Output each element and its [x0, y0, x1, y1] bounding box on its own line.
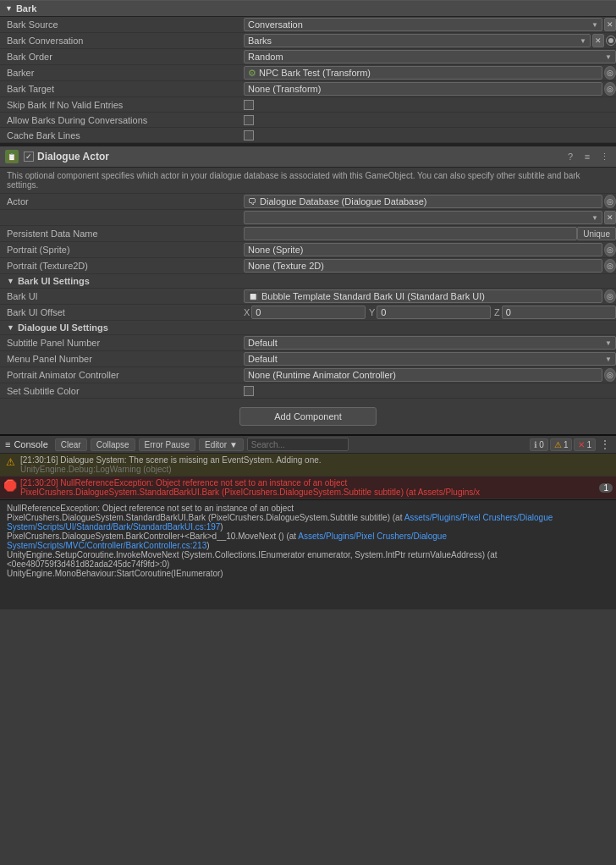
console-error-message[interactable]: 🛑 [21:30:20] NullReferenceException: Obj…: [0, 477, 616, 499]
dialogue-actor-title: Dialogue Actor: [37, 151, 564, 163]
set-subtitle-color-label: Set Subtitle Color: [7, 386, 244, 396]
bark-ui-label: Bark UI: [7, 291, 244, 301]
bark-source-row: Bark Source Conversation ▼ ✕: [0, 17, 616, 33]
portrait-texture-circle-button[interactable]: ◎: [604, 259, 616, 273]
portrait-texture-obj-ref[interactable]: None (Texture 2D): [244, 259, 602, 273]
portrait-animator-row: Portrait Animator Controller None (Runti…: [0, 367, 616, 383]
portrait-animator-obj-ref[interactable]: None (Runtime Animator Controller): [244, 368, 602, 382]
actor-obj-ref[interactable]: 🗨 Dialogue Database (Dialogue Database): [244, 195, 602, 208]
dialogue-actor-header-icons: ? ≡ ⋮: [564, 150, 611, 163]
set-subtitle-color-checkbox[interactable]: [244, 386, 254, 396]
console-warn-message[interactable]: ⚠ [21:30:16] Dialogue System: The scene …: [0, 454, 616, 477]
bark-ui-circle-button[interactable]: ◎: [604, 289, 616, 303]
barker-row: Barker ⚙ NPC Bark Test (Transform) ◎: [0, 65, 616, 81]
bark-conversation-dropdown[interactable]: Barks ▼: [244, 34, 591, 47]
barker-obj-ref[interactable]: ⚙ NPC Bark Test (Transform): [244, 66, 602, 80]
portrait-animator-value: None (Runtime Animator Controller) ◎: [244, 368, 616, 382]
bark-ui-obj-ref[interactable]: 🔲 Bubble Template Standard Bark UI (Stan…: [244, 289, 602, 303]
actor-secondary-x-button[interactable]: ✕: [604, 211, 616, 224]
bark-ui-row: Bark UI 🔲 Bubble Template Standard Bark …: [0, 289, 616, 305]
bark-target-circle-button[interactable]: ◎: [604, 82, 616, 96]
dialogue-actor-toggle[interactable]: [24, 152, 34, 162]
dialogue-actor-menu-icon[interactable]: ⋮: [597, 150, 611, 163]
dialogue-actor-info: This optional component specifies which …: [0, 168, 616, 194]
portrait-texture-label: Portrait (Texture2D): [7, 261, 244, 271]
stack-link-2[interactable]: Assets/Plugins/Pixel Crushers/Dialogue S…: [7, 532, 447, 550]
bark-target-row: Bark Target None (Transform) ◎: [0, 81, 616, 97]
portrait-animator-circle-button[interactable]: ◎: [604, 368, 616, 382]
bark-source-x-button[interactable]: ✕: [604, 18, 616, 31]
stack-link-1[interactable]: Assets/Plugins/Pixel Crushers/Dialogue S…: [7, 513, 553, 532]
portrait-sprite-obj-ref[interactable]: None (Sprite): [244, 243, 602, 256]
actor-circle-button[interactable]: ◎: [604, 195, 616, 208]
bark-ui-icon: 🔲: [248, 292, 258, 301]
bark-source-dropdown[interactable]: Conversation ▼: [244, 18, 602, 31]
bark-ui-offset-xyz: X 0 Y 0 Z 0: [244, 306, 616, 319]
bark-section: ▼ Bark Bark Source Conversation ▼ ✕ Bark…: [0, 0, 616, 145]
subtitle-panel-dropdown-arrow-icon: ▼: [605, 339, 612, 347]
bark-order-dropdown[interactable]: Random ▼: [244, 50, 616, 63]
actor-row: Actor 🗨 Dialogue Database (Dialogue Data…: [0, 194, 616, 210]
persistent-data-name-input[interactable]: [244, 227, 577, 240]
persistent-data-name-unique-button[interactable]: Unique: [577, 227, 616, 240]
console-error-pause-button[interactable]: Error Pause: [139, 438, 195, 451]
portrait-sprite-row: Portrait (Sprite) None (Sprite) ◎: [0, 242, 616, 258]
bark-ui-offset-label: Bark UI Offset: [7, 307, 244, 317]
cache-bark-checkbox[interactable]: [244, 130, 254, 140]
stack-trace-panel[interactable]: NullReferenceException: Object reference…: [0, 499, 616, 609]
actor-dropdown-row: ▼ ✕: [0, 210, 616, 226]
subtitle-panel-dropdown[interactable]: Default ▼: [244, 336, 616, 350]
console-error-content: [21:30:20] NullReferenceException: Objec…: [20, 478, 596, 497]
console-clear-button[interactable]: Clear: [55, 438, 87, 451]
bark-ui-offset-x-input[interactable]: 0: [251, 306, 366, 319]
bark-conversation-dropdown-arrow-icon: ▼: [580, 37, 586, 45]
bark-ui-offset-z-input[interactable]: 0: [502, 306, 616, 319]
persistent-data-name-value: Unique: [244, 227, 616, 240]
dialogue-actor-help-icon[interactable]: ?: [564, 150, 577, 163]
bark-conversation-dropdown-group: Barks ▼ ✕: [244, 34, 616, 47]
dialogue-actor-icon: 📋: [5, 150, 19, 163]
dialogue-actor-settings-icon[interactable]: ≡: [580, 150, 594, 163]
skip-bark-checkbox[interactable]: [244, 100, 254, 110]
console-error-subtext: PixelCrushers.DialogueSystem.StandardBar…: [20, 488, 596, 497]
add-component-button[interactable]: Add Component: [239, 407, 377, 426]
cache-bark-label: Cache Bark Lines: [7, 130, 244, 140]
bark-ui-offset-y-input[interactable]: 0: [377, 306, 491, 319]
bark-conversation-radio[interactable]: [606, 36, 616, 46]
console-search-input[interactable]: [247, 438, 349, 451]
bark-ui-settings-header[interactable]: ▼ Bark UI Settings: [0, 274, 616, 289]
bark-source-label: Bark Source: [7, 19, 244, 30]
console-menu-button[interactable]: ⋮: [599, 438, 611, 451]
console-error-count[interactable]: ✕ 1: [574, 438, 596, 451]
bark-section-title: Bark: [16, 3, 36, 14]
bark-conversation-x-button[interactable]: ✕: [592, 34, 604, 47]
actor-secondary-dropdown-arrow-icon: ▼: [591, 214, 598, 222]
console-editor-button[interactable]: Editor ▼: [199, 438, 244, 451]
barker-value: ⚙ NPC Bark Test (Transform) ◎: [244, 66, 616, 80]
console-warning-count[interactable]: ⚠ 1: [550, 438, 573, 451]
console-warn-icon: ⚠: [3, 455, 17, 469]
bark-ui-offset-y-label: Y: [369, 307, 375, 317]
dialogue-ui-settings-header[interactable]: ▼ Dialogue UI Settings: [0, 321, 616, 335]
set-subtitle-color-row: Set Subtitle Color: [0, 383, 616, 399]
actor-dropdown-value: ▼ ✕: [244, 211, 616, 224]
menu-panel-row: Menu Panel Number Default ▼: [0, 351, 616, 367]
bark-target-obj-ref[interactable]: None (Transform): [244, 82, 602, 96]
actor-secondary-dropdown[interactable]: ▼: [244, 211, 602, 224]
console-info-count[interactable]: ℹ 0: [530, 438, 548, 451]
bark-ui-value: 🔲 Bubble Template Standard Bark UI (Stan…: [244, 289, 616, 303]
console-collapse-button[interactable]: Collapse: [91, 438, 135, 451]
menu-panel-dropdown-arrow-icon: ▼: [605, 355, 612, 363]
menu-panel-dropdown[interactable]: Default ▼: [244, 352, 616, 366]
portrait-sprite-circle-button[interactable]: ◎: [604, 243, 616, 256]
barker-circle-button[interactable]: ◎: [604, 66, 616, 80]
allow-barks-checkbox[interactable]: [244, 115, 254, 125]
bark-section-header[interactable]: ▼ Bark: [0, 0, 616, 17]
subtitle-panel-row: Subtitle Panel Number Default ▼: [0, 335, 616, 351]
dialogue-actor-header[interactable]: 📋 Dialogue Actor ? ≡ ⋮: [0, 146, 616, 168]
persistent-data-name-row: Persistent Data Name Unique: [0, 226, 616, 242]
cache-bark-row: Cache Bark Lines: [0, 128, 616, 143]
stack-line-3: PixelCrushers.DialogueSystem.BarkControl…: [7, 532, 609, 550]
bark-source-value: Conversation ▼ ✕: [244, 18, 616, 31]
stack-line-5: UnityEngine.MonoBehaviour:StartCoroutine…: [7, 569, 609, 578]
